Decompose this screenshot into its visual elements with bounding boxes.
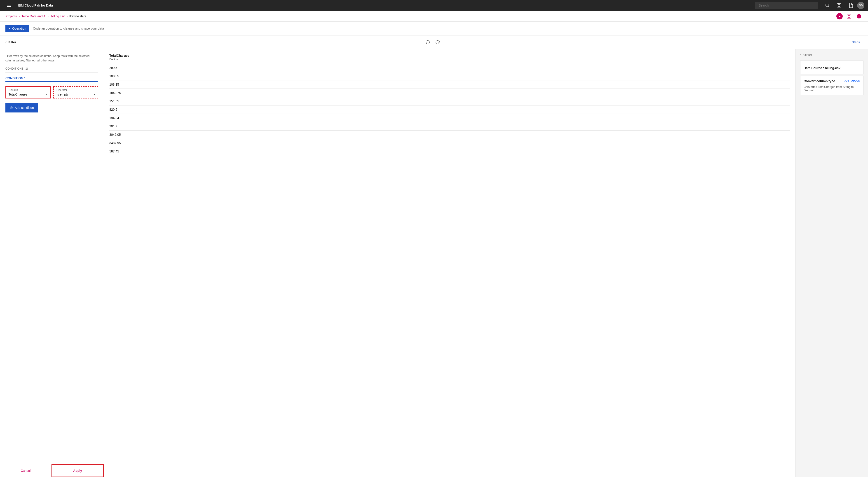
- menu-button[interactable]: [4, 0, 14, 11]
- steps-panel: 1 STEPS Data Source : billing.csv Conver…: [796, 49, 868, 477]
- svg-rect-5: [837, 3, 839, 5]
- topbar: IBM Cloud Pak for Data SD: [0, 0, 868, 11]
- table-row: 1840.75: [110, 89, 790, 97]
- condition-tab[interactable]: CONDITION 1: [5, 76, 98, 82]
- conditions-header: CONDITIONS (1): [5, 67, 98, 73]
- svg-text:i: i: [859, 15, 859, 18]
- undo-icon: [425, 40, 430, 45]
- info-button[interactable]: i: [855, 13, 863, 20]
- panels: Filter rows by the selected columns. Kee…: [0, 49, 868, 477]
- search-button[interactable]: [822, 0, 833, 11]
- svg-rect-7: [837, 6, 839, 7]
- breadcrumb-bar: Projects › Telco Data and AI › billing.c…: [0, 11, 868, 22]
- undo-button[interactable]: [424, 38, 432, 46]
- avatar[interactable]: SD: [857, 2, 864, 9]
- table-row: 587.45: [110, 147, 790, 155]
- cancel-button[interactable]: Cancel: [0, 464, 52, 477]
- svg-line-4: [828, 6, 829, 7]
- table-row: 29.85: [110, 64, 790, 72]
- undo-redo-controls: [424, 38, 442, 46]
- redo-button[interactable]: [434, 38, 442, 46]
- table-row: 151.65: [110, 97, 790, 105]
- data-preview-panel: TotalCharges Decimal 29.851889.5108.1518…: [104, 49, 796, 477]
- breadcrumb-sep-2: ›: [48, 14, 49, 18]
- table-row: 1889.5: [110, 72, 790, 81]
- run-button[interactable]: [836, 13, 843, 20]
- add-condition-label: Add condition: [15, 106, 34, 109]
- operator-field[interactable]: Operator Is empty ▾: [53, 86, 98, 98]
- table-row: 3487.95: [110, 139, 790, 147]
- breadcrumb-projects[interactable]: Projects: [5, 14, 17, 18]
- search-icon: [825, 3, 830, 8]
- steps-count: 1 STEPS: [800, 54, 864, 57]
- operation-label: Operation: [12, 27, 26, 30]
- svg-rect-1: [7, 5, 11, 5]
- operator-chevron-icon: ▾: [94, 93, 95, 96]
- brand-name: IBM Cloud Pak for Data: [18, 4, 751, 7]
- operation-hint: Code an operation to cleanse and shape y…: [33, 27, 104, 30]
- hamburger-icon: [7, 3, 11, 8]
- table-row: 301.9: [110, 122, 790, 131]
- table-row: 1949.4: [110, 114, 790, 122]
- add-condition-button[interactable]: ⊕ Add condition: [5, 103, 38, 113]
- bottom-actions: Cancel Apply: [0, 464, 104, 477]
- breadcrumb-actions: i: [836, 13, 863, 20]
- table-row: 820.5: [110, 105, 790, 114]
- topbar-icons: SD: [822, 0, 864, 11]
- step-badge-convert: JUST ADDED: [844, 79, 860, 82]
- steps-button[interactable]: Steps: [849, 39, 863, 45]
- filter-back-button[interactable]: ‹ Filter: [5, 40, 16, 44]
- info-icon: i: [857, 14, 861, 19]
- step-title-datasource: Data Source : billing.csv: [804, 66, 860, 70]
- grid-icon: [837, 3, 841, 7]
- table-row: 108.15: [110, 81, 790, 89]
- apply-button[interactable]: Apply: [52, 464, 104, 477]
- operation-bar: × Operation Code an operation to cleanse…: [0, 22, 868, 35]
- table-row: 3046.05: [110, 131, 790, 139]
- step-card-convert[interactable]: Convert column type JUST ADDED Converted…: [800, 76, 864, 95]
- preview-column-type: Decimal: [110, 58, 790, 61]
- breadcrumb: Projects › Telco Data and AI › billing.c…: [5, 14, 87, 18]
- document-icon: [849, 3, 852, 8]
- data-rows-container: 29.851889.5108.151840.75151.65820.51949.…: [110, 64, 790, 155]
- export-icon: [847, 14, 851, 19]
- redo-icon: [435, 40, 440, 45]
- operator-value-display: Is empty ▾: [57, 93, 95, 96]
- operation-tag[interactable]: × Operation: [5, 25, 29, 32]
- step-desc-convert: Converted TotalCharges from String to De…: [804, 85, 860, 92]
- search-input[interactable]: [755, 2, 818, 9]
- svg-rect-2: [7, 6, 11, 7]
- step-card-datasource[interactable]: Data Source : billing.csv: [800, 61, 864, 74]
- grid-button[interactable]: [834, 0, 844, 11]
- document-button[interactable]: [845, 0, 856, 11]
- main-content: × Operation Code an operation to cleanse…: [0, 22, 868, 477]
- column-value-display: TotalCharges ▾: [8, 93, 48, 96]
- export-button[interactable]: [845, 13, 852, 20]
- plus-icon: ⊕: [9, 105, 13, 110]
- svg-rect-6: [840, 3, 841, 5]
- breadcrumb-telco[interactable]: Telco Data and AI: [22, 14, 46, 18]
- preview-column-header: TotalCharges: [110, 54, 790, 57]
- step-title-convert: Convert column type: [804, 79, 835, 83]
- operator-value: Is empty: [57, 93, 68, 96]
- breadcrumb-billing[interactable]: billing.csv: [51, 14, 65, 18]
- step-divider: [804, 64, 860, 64]
- breadcrumb-sep-1: ›: [19, 14, 20, 18]
- svg-rect-0: [7, 4, 11, 4]
- column-chevron-icon: ▾: [46, 93, 48, 96]
- svg-rect-8: [840, 6, 841, 7]
- column-field[interactable]: Column TotalCharges ▾: [5, 86, 51, 98]
- operation-x: ×: [8, 27, 10, 30]
- back-arrow-icon: ‹: [5, 40, 6, 44]
- filter-description: Filter rows by the selected columns. Kee…: [5, 54, 98, 63]
- breadcrumb-sep-3: ›: [66, 14, 67, 18]
- condition-row: Column TotalCharges ▾ Operator Is empty …: [5, 86, 98, 98]
- svg-point-3: [826, 4, 829, 6]
- filter-section: ‹ Filter Steps: [0, 35, 868, 49]
- breadcrumb-refine: Refine data: [69, 14, 86, 18]
- operator-label: Operator: [57, 89, 95, 92]
- column-value: TotalCharges: [8, 93, 27, 96]
- filter-label: Filter: [8, 40, 16, 44]
- column-label: Column: [8, 89, 48, 92]
- left-panel: Filter rows by the selected columns. Kee…: [0, 49, 104, 477]
